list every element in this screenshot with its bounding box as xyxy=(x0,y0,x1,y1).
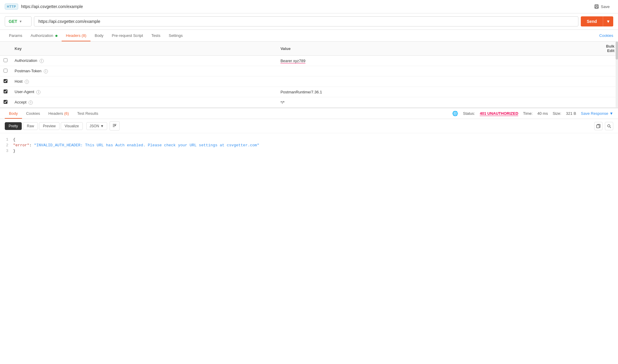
tab-headers[interactable]: Headers (8) xyxy=(62,30,90,41)
line-number: 1 xyxy=(0,137,13,142)
resp-tab-headers[interactable]: Headers (6) xyxy=(44,108,73,119)
search-icon xyxy=(607,124,611,128)
header-check-col xyxy=(0,42,11,56)
wrap-lines-button[interactable] xyxy=(110,121,120,131)
resp-tab-body[interactable]: Body xyxy=(5,108,22,119)
info-icon[interactable]: i xyxy=(44,69,48,73)
line-content: } xyxy=(13,149,613,153)
response-section: Body Cookies Headers (6) Test Results 🌐 … xyxy=(0,108,618,157)
resp-tab-cookies[interactable]: Cookies xyxy=(22,108,44,119)
size-prefix: Size: xyxy=(553,111,561,116)
line-content: { xyxy=(13,137,613,142)
code-line: 3} xyxy=(0,148,618,154)
tab-params[interactable]: Params xyxy=(5,30,26,41)
send-dropdown-arrow[interactable]: ▼ xyxy=(603,16,613,26)
table-row: User-Agent iPostmanRuntime/7.36.1 xyxy=(0,87,618,97)
save-response-button[interactable]: Save Response ▼ xyxy=(581,111,613,116)
tab-prerequest[interactable]: Pre-request Script xyxy=(108,30,147,41)
response-tab-bar: Body Cookies Headers (6) Test Results 🌐 … xyxy=(0,108,618,119)
row-checkbox[interactable] xyxy=(4,90,7,93)
table-row: Postman-Token i xyxy=(0,66,618,76)
tab-tests[interactable]: Tests xyxy=(147,30,164,41)
line-number: 3 xyxy=(0,149,13,153)
format-pretty-button[interactable]: Pretty xyxy=(5,122,22,130)
headers-table: Key Value Bulk Edit Authorization iBeare… xyxy=(0,42,618,108)
info-icon[interactable]: i xyxy=(29,101,33,105)
header-key-cell: Accept i xyxy=(11,97,277,108)
row-checkbox[interactable] xyxy=(4,58,7,62)
json-brace: } xyxy=(13,149,15,153)
format-preview-button[interactable]: Preview xyxy=(39,122,60,130)
json-key: "error" xyxy=(13,143,29,148)
json-brace: { xyxy=(13,137,15,142)
scrollbar-thumb[interactable] xyxy=(616,42,618,59)
time-prefix: Time: xyxy=(523,111,533,116)
header-value-cell xyxy=(277,76,603,87)
status-prefix: Status: xyxy=(463,111,475,116)
save-button[interactable]: Save xyxy=(591,2,613,11)
format-bar: Pretty Raw Preview Visualize JSON ▼ xyxy=(0,119,618,133)
url-input[interactable] xyxy=(34,16,578,26)
http-badge: HTTP xyxy=(5,4,18,10)
size-value: 321 B xyxy=(566,111,576,116)
send-label: Send xyxy=(581,16,603,26)
tab-authorization[interactable]: Authorization xyxy=(26,30,62,41)
code-area: 1{2 "error": "INVALID_AUTH_HEADER: This … xyxy=(0,133,618,157)
table-row: Authorization iBearer xyz789 xyxy=(0,56,618,66)
search-button[interactable] xyxy=(605,122,613,130)
row-checkbox[interactable] xyxy=(4,100,7,104)
info-icon[interactable]: i xyxy=(40,59,44,63)
status-area: 🌐 Status: 401 UNAUTHORIZED Time: 40 ms S… xyxy=(452,111,613,116)
svg-rect-2 xyxy=(595,7,598,8)
format-visualize-button[interactable]: Visualize xyxy=(61,122,83,130)
line-content: "error": "INVALID_AUTH_HEADER: This URL … xyxy=(13,143,613,148)
info-icon[interactable]: i xyxy=(36,90,40,94)
headers-area: Key Value Bulk Edit Authorization iBeare… xyxy=(0,42,618,108)
format-json-select[interactable]: JSON ▼ xyxy=(86,122,107,130)
key-label: Authorization xyxy=(15,58,37,63)
info-icon[interactable]: i xyxy=(25,80,29,84)
key-label: Accept xyxy=(15,100,26,104)
key-label: User-Agent xyxy=(15,90,34,94)
send-button[interactable]: Send ▼ xyxy=(581,16,613,26)
table-row: Host i xyxy=(0,76,618,87)
save-label: Save xyxy=(601,4,610,9)
header-value-cell: Bearer xyz789 xyxy=(277,56,603,66)
request-bar: GET ▼ Send ▼ xyxy=(0,13,618,30)
svg-rect-1 xyxy=(596,5,597,6)
header-value-cell xyxy=(277,66,603,76)
copy-icon xyxy=(596,124,600,128)
line-number: 2 xyxy=(0,143,13,148)
code-line: 1{ xyxy=(0,137,618,142)
key-label: Host xyxy=(15,79,23,84)
header-key-cell: Postman-Token i xyxy=(11,66,277,76)
row-checkbox[interactable] xyxy=(4,69,7,73)
svg-point-7 xyxy=(608,125,610,127)
top-bar: HTTP https://api.csvgetter.com/example S… xyxy=(0,0,618,13)
authorization-dot xyxy=(55,35,57,37)
json-string: "INVALID_AUTH_HEADER: This URL has Auth … xyxy=(34,143,259,148)
time-value: 40 ms xyxy=(537,111,548,116)
svg-line-8 xyxy=(610,127,611,128)
tab-settings[interactable]: Settings xyxy=(165,30,187,41)
svg-rect-6 xyxy=(597,125,599,128)
code-line: 2 "error": "INVALID_AUTH_HEADER: This UR… xyxy=(0,142,618,148)
format-raw-button[interactable]: Raw xyxy=(23,122,38,130)
header-value-cell: PostmanRuntime/7.36.1 xyxy=(277,87,603,97)
scrollbar[interactable] xyxy=(616,42,618,108)
table-row: Accept i*/* xyxy=(0,97,618,108)
resp-tab-test-results[interactable]: Test Results xyxy=(73,108,102,119)
row-checkbox[interactable] xyxy=(4,79,7,83)
value-label: Bearer xyz789 xyxy=(280,59,305,63)
cookies-link[interactable]: Cookies xyxy=(599,30,613,41)
json-text: : xyxy=(29,143,34,148)
value-label: PostmanRuntime/7.36.1 xyxy=(280,90,322,94)
method-label: GET xyxy=(9,19,17,24)
method-dropdown[interactable]: GET ▼ xyxy=(5,16,32,26)
copy-button[interactable] xyxy=(594,122,603,130)
globe-icon: 🌐 xyxy=(452,111,458,116)
key-label: Postman-Token xyxy=(15,69,41,73)
tab-body[interactable]: Body xyxy=(90,30,108,41)
header-key-cell: Host i xyxy=(11,76,277,87)
json-chevron-icon: ▼ xyxy=(100,124,104,128)
